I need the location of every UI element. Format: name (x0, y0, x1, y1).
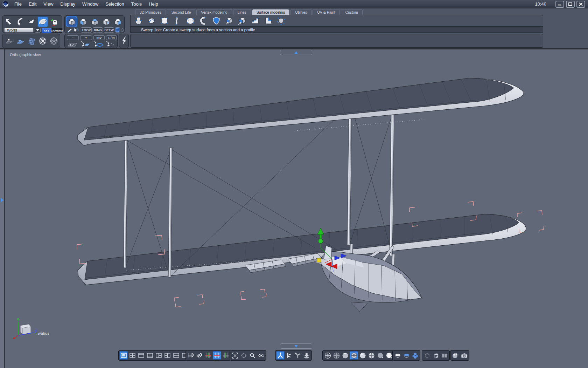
menu-tools[interactable]: Tools (128, 0, 145, 8)
tab-surface-modeling[interactable]: Surface modeling (252, 9, 290, 15)
wire-sphere-button[interactable] (49, 36, 59, 46)
hidden-wire-shading-button[interactable] (332, 351, 341, 360)
paint-select-button[interactable] (67, 27, 73, 34)
ground-plane-blue-button[interactable] (15, 36, 26, 46)
tab-uv-paint[interactable]: UV & Paint (313, 9, 340, 15)
rotate-manipulator-button[interactable] (294, 351, 302, 360)
top-panel-collapse-handle[interactable] (280, 50, 312, 55)
object-mode-button[interactable] (66, 16, 77, 27)
fit-view-button[interactable] (231, 351, 239, 360)
xyz-mode-button[interactable]: XYZ (42, 28, 51, 33)
menu-view[interactable]: View (40, 0, 57, 8)
select-face-button[interactable] (79, 41, 91, 49)
camera-mode-button[interactable]: CAMERA (51, 28, 62, 33)
world-selector-dropdown-button[interactable] (35, 28, 41, 33)
move-manipulator-button[interactable] (285, 351, 293, 360)
smooth-shading-button[interactable] (358, 351, 367, 360)
rect-marquee-button[interactable] (115, 27, 120, 33)
render-camera-button[interactable] (460, 351, 468, 360)
matte-shading-button[interactable] (376, 351, 384, 360)
bright-shading-button[interactable] (385, 351, 393, 360)
zoom-view-button[interactable] (248, 351, 257, 360)
tab-utilities[interactable]: Utilities (290, 9, 312, 15)
panel-expand-arrow-icon[interactable] (1, 198, 4, 202)
minimize-button[interactable] (555, 1, 564, 8)
layout-one-left-two-right-button[interactable] (154, 351, 163, 360)
wire-sphere-x-button[interactable] (37, 36, 48, 46)
orbit-view-button[interactable] (257, 351, 265, 360)
symmetry-x-button[interactable] (213, 351, 221, 360)
extrude-face-button[interactable] (224, 15, 234, 26)
viewport[interactable]: Orthographic view (0, 49, 588, 368)
ghost-dynamic-button[interactable] (49, 16, 60, 27)
top-wing[interactable] (78, 78, 524, 145)
invert-selection-button[interactable]: INV (93, 35, 105, 40)
sweep-line-button[interactable] (237, 15, 247, 26)
layout-two-rows-button[interactable] (172, 351, 180, 360)
circle-marquee-button[interactable] (120, 27, 124, 33)
wireframe-shading-button[interactable] (323, 351, 332, 360)
arrow-select-button[interactable] (73, 27, 79, 34)
profile-curve-button[interactable] (172, 15, 183, 26)
sphere-manipulator-button[interactable] (37, 16, 48, 27)
ruled-surface-button[interactable] (211, 15, 222, 26)
grid-magnet-button[interactable] (187, 351, 195, 360)
cone-tool-button[interactable] (26, 16, 37, 27)
point-mode-button[interactable] (101, 16, 111, 27)
stairs-sweep-button[interactable] (250, 15, 260, 26)
ground-object-button[interactable] (4, 36, 14, 46)
select-points-button[interactable] (104, 41, 116, 49)
grid-panel-button[interactable] (26, 36, 37, 46)
menu-display[interactable]: Display (57, 0, 79, 8)
tab-vertex-modeling[interactable]: Vertex modeling (196, 9, 232, 15)
smooth-orbit-button[interactable] (276, 15, 286, 26)
layout-single-view-button[interactable] (119, 351, 128, 360)
curve-capsule-button[interactable] (146, 15, 157, 26)
ring-button[interactable]: RING (93, 27, 103, 33)
thickness-solid-button[interactable] (263, 15, 273, 26)
select-grid-button[interactable] (66, 41, 78, 49)
hemisphere-button[interactable] (393, 351, 402, 360)
symmetry-axes-button[interactable] (204, 351, 212, 360)
surface-four-points-button[interactable] (159, 15, 170, 26)
close-button[interactable] (576, 1, 585, 8)
maximize-button[interactable] (566, 1, 575, 8)
wire-cube-button[interactable] (423, 351, 431, 360)
grow-selection-button[interactable]: + (80, 35, 92, 40)
bottom-panel-collapse-handle[interactable] (280, 343, 312, 349)
layout-two-left-one-right-button[interactable] (163, 351, 172, 360)
tab-second-life[interactable]: Second Life (167, 9, 195, 15)
tab-lines[interactable]: Lines (233, 9, 251, 15)
dynamic-geometry-button[interactable] (120, 36, 128, 46)
symmetry-z-button[interactable] (222, 351, 230, 360)
world-selector[interactable]: World (4, 28, 34, 33)
hemisphere-smooth-button[interactable] (402, 351, 411, 360)
element-mode-button[interactable] (113, 16, 123, 27)
coons-patch-button[interactable] (185, 15, 196, 26)
universal-manipulator-button[interactable] (276, 351, 285, 360)
layout-four-views-button[interactable] (128, 351, 136, 360)
material-sphere-button[interactable] (451, 351, 460, 360)
viewport-canvas[interactable]: Y Z walrus (0, 49, 588, 368)
smooth-wireframe-shading-button[interactable] (367, 351, 376, 360)
undo-arrow-button[interactable] (4, 16, 14, 27)
edge-mode-button[interactable] (90, 16, 100, 27)
flat-wireframe-shading-button[interactable] (350, 351, 358, 360)
bent-tube-button[interactable] (198, 15, 209, 26)
bottom-wing[interactable] (78, 214, 526, 285)
pan-view-button[interactable] (239, 351, 248, 360)
one-n-selection-button[interactable]: 1 / N (106, 35, 117, 40)
double-panel-button[interactable] (440, 351, 449, 360)
betw-button[interactable]: BETW (104, 27, 114, 33)
sphere-cluster-button[interactable] (411, 351, 419, 360)
menu-selection[interactable]: Selection (102, 0, 127, 8)
menu-window[interactable]: Window (79, 0, 102, 8)
menu-help[interactable]: Help (145, 0, 162, 8)
tab-custom[interactable]: Custom (341, 9, 363, 15)
lathe-object-button[interactable] (133, 15, 144, 26)
menu-edit[interactable]: Edit (25, 0, 40, 8)
redo-curve-button[interactable] (15, 16, 26, 27)
select-loop-button[interactable] (92, 41, 104, 49)
tab-3d-primitives[interactable]: 3D Primitives (135, 9, 166, 15)
face-mode-button[interactable] (78, 16, 88, 27)
